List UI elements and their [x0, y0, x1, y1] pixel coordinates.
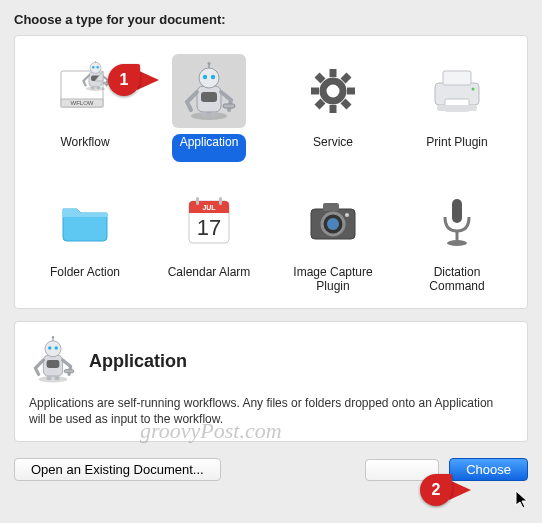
- svg-rect-34: [219, 197, 222, 205]
- open-existing-button[interactable]: Open an Existing Document...: [14, 458, 221, 481]
- svg-point-38: [327, 218, 339, 230]
- type-grid-panel: WFLOW Workflow Application: [14, 35, 528, 309]
- type-image-capture-plugin[interactable]: Image Capture Plugin: [271, 182, 395, 296]
- svg-line-19: [317, 75, 323, 81]
- type-label: Service: [305, 134, 361, 162]
- svg-point-39: [345, 213, 349, 217]
- svg-rect-24: [443, 71, 471, 85]
- cancel-button[interactable]: [365, 459, 439, 481]
- svg-text:JUL: JUL: [202, 204, 216, 211]
- type-label: Workflow: [52, 134, 117, 162]
- cursor-icon: [515, 490, 529, 510]
- type-service[interactable]: Service: [271, 52, 395, 164]
- printer-icon: [420, 54, 494, 128]
- description-title: Application: [89, 351, 187, 372]
- svg-point-26: [472, 88, 475, 91]
- page-title: Choose a type for your document:: [14, 12, 528, 27]
- type-print-plugin[interactable]: Print Plugin: [395, 52, 519, 164]
- folder-icon: [48, 184, 122, 258]
- button-row: Open an Existing Document... Choose: [14, 458, 528, 481]
- type-label: Image Capture Plugin: [273, 264, 393, 294]
- choose-button[interactable]: Choose: [449, 458, 528, 481]
- gear-icon: [296, 54, 370, 128]
- svg-rect-33: [196, 197, 199, 205]
- svg-rect-40: [452, 199, 462, 223]
- camera-icon: [296, 184, 370, 258]
- type-application[interactable]: Application: [147, 52, 271, 164]
- application-icon: [29, 336, 77, 387]
- workflow-icon: WFLOW: [48, 54, 122, 128]
- svg-text:WFLOW: WFLOW: [71, 100, 94, 106]
- svg-text:17: 17: [197, 215, 221, 240]
- type-label: Print Plugin: [418, 134, 495, 162]
- description-body: Applications are self-running workflows.…: [29, 395, 513, 427]
- type-label: Dictation Command: [397, 264, 517, 294]
- description-panel: Application Applications are self-runnin…: [14, 321, 528, 442]
- type-workflow[interactable]: WFLOW Workflow: [23, 52, 147, 164]
- type-calendar-alarm[interactable]: JUL 17 Calendar Alarm: [147, 182, 271, 296]
- svg-line-22: [317, 101, 323, 107]
- type-label: Folder Action: [42, 264, 128, 292]
- svg-rect-36: [323, 203, 339, 211]
- type-folder-action[interactable]: Folder Action: [23, 182, 147, 296]
- calendar-icon: JUL 17: [172, 184, 246, 258]
- svg-line-21: [343, 75, 349, 81]
- application-icon: [172, 54, 246, 128]
- type-dictation-command[interactable]: Dictation Command: [395, 182, 519, 296]
- type-label: Application: [172, 134, 247, 162]
- svg-line-20: [343, 101, 349, 107]
- microphone-icon: [420, 184, 494, 258]
- type-label: Calendar Alarm: [160, 264, 259, 292]
- svg-point-42: [447, 240, 467, 246]
- svg-rect-27: [437, 105, 477, 111]
- type-grid: WFLOW Workflow Application: [23, 52, 519, 296]
- svg-point-14: [323, 81, 343, 101]
